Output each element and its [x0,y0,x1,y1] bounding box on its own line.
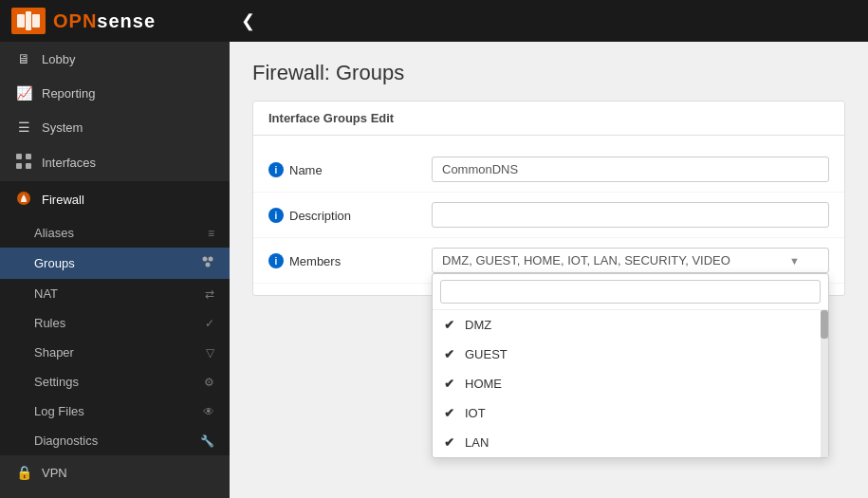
sidebar-item-vpn[interactable]: 🔒 VPN [0,455,230,489]
sidebar-item-label: Interfaces [42,156,96,170]
members-dropdown-container: DMZ, GUEST, HOME, IOT, LAN, SECURITY, VI… [432,248,829,273]
scrollbar-thumb[interactable] [821,310,828,339]
vpn-icon: 🔒 [15,465,32,480]
dropdown-option-iot[interactable]: ✔ IOT [433,398,828,428]
members-dropdown-popup: ✔ DMZ ✔ GUEST ✔ HOME [432,273,829,458]
option-label-lan: LAN [465,435,489,450]
topbar: OPNsense ❮ [0,0,868,42]
sidebar-item-log-files[interactable]: Log Files 👁 [0,397,230,426]
sidebar-item-label: Log Files [34,404,84,418]
interface-groups-card: Interface Groups Edit i Name i Descripti… [252,101,845,296]
description-label: Description [289,209,351,223]
check-guest-icon: ✔ [444,347,457,361]
svg-rect-4 [26,154,31,159]
svg-rect-3 [16,154,22,159]
sidebar-item-system[interactable]: ☰ System [0,110,230,144]
check-home-icon: ✔ [444,377,457,391]
dropdown-option-lan[interactable]: ✔ LAN [433,428,828,457]
logo-icon [11,8,46,34]
sidebar-item-label: VPN [42,466,67,480]
sidebar: 🖥 Lobby 📈 Reporting ☰ System Interfaces [0,42,230,498]
reporting-icon: 📈 [15,85,32,101]
nat-icon: ⇄ [205,287,214,301]
sidebar-item-reporting[interactable]: 📈 Reporting [0,76,230,110]
sidebar-item-label: Lobby [42,52,75,66]
groups-icon [201,255,214,271]
name-label-col: i Name [268,157,420,177]
diagnostics-icon: 🔧 [200,434,214,448]
logo-area: OPNsense [0,8,230,34]
description-row: i Description [253,193,844,238]
sidebar-item-firewall[interactable]: Firewall [0,181,230,218]
name-label: Name [289,163,323,177]
form-body: i Name i Description i [253,136,844,295]
rules-icon: ✓ [205,317,214,330]
name-input[interactable] [432,157,829,182]
svg-point-10 [206,263,211,267]
dropdown-option-home[interactable]: ✔ HOME [433,369,828,398]
description-label-col: i Description [268,202,420,223]
firewall-submenu: Aliases ≡ Groups NAT ⇄ Rules ✓ Shaper ▽ [0,218,230,455]
members-selected-value: DMZ, GUEST, HOME, IOT, LAN, SECURITY, VI… [442,253,730,267]
svg-point-8 [203,257,208,262]
svg-rect-0 [17,14,25,28]
name-row: i Name [253,147,844,193]
dropdown-option-guest[interactable]: ✔ GUEST [433,340,828,369]
svg-rect-6 [26,163,31,169]
firewall-icon [15,191,32,209]
check-iot-icon: ✔ [444,406,457,420]
members-info-icon[interactable]: i [268,253,284,268]
members-label: Members [289,254,341,268]
shaper-icon: ▽ [206,346,214,360]
option-label-guest: GUEST [465,347,508,361]
check-lan-icon: ✔ [444,435,457,450]
svg-rect-5 [16,163,22,169]
description-input[interactable] [432,202,829,228]
aliases-icon: ≡ [208,227,214,240]
settings-icon: ⚙ [204,376,214,389]
page-title: Firewall: Groups [252,61,845,85]
members-select[interactable]: DMZ, GUEST, HOME, IOT, LAN, SECURITY, VI… [432,248,829,273]
dropdown-search-input[interactable] [440,280,821,304]
sidebar-item-interfaces[interactable]: Interfaces [0,144,230,181]
card-title: Interface Groups Edit [253,101,844,136]
sidebar-item-rules[interactable]: Rules ✓ [0,308,230,338]
option-label-dmz: DMZ [465,318,491,332]
sidebar-item-label: System [42,120,83,135]
dropdown-options-list: ✔ DMZ ✔ GUEST ✔ HOME [433,310,828,457]
sidebar-item-aliases[interactable]: Aliases ≡ [0,218,230,248]
sidebar-item-label: Aliases [34,226,74,240]
system-icon: ☰ [15,120,32,135]
sidebar-item-label: Firewall [42,193,84,207]
dropdown-option-dmz[interactable]: ✔ DMZ [433,310,828,340]
option-label-iot: IOT [465,406,486,420]
svg-point-9 [209,257,213,262]
sidebar-item-label: NAT [34,286,58,301]
sidebar-item-settings[interactable]: Settings ⚙ [0,367,230,397]
sidebar-item-groups[interactable]: Groups [0,248,230,279]
sidebar-item-shaper[interactable]: Shaper ▽ [0,338,230,367]
name-info-icon[interactable]: i [268,162,284,177]
logo-text: OPNsense [53,10,156,32]
scrollbar-track [821,310,828,457]
sidebar-item-sensei[interactable]: ◆ Sensei [0,489,230,498]
sidebar-item-lobby[interactable]: 🖥 Lobby [0,42,230,76]
interfaces-icon [15,154,32,172]
sidebar-item-label: Shaper [34,345,74,360]
sidebar-item-label: Rules [34,316,65,330]
sidebar-item-nat[interactable]: NAT ⇄ [0,279,230,308]
chevron-down-icon: ▼ [789,255,800,267]
sidebar-item-label: Reporting [42,86,95,101]
logfiles-icon: 👁 [203,405,214,418]
sidebar-item-label: Settings [34,375,79,389]
description-input-col [432,202,829,228]
main-content: Firewall: Groups Interface Groups Edit i… [230,42,868,498]
option-label-home: HOME [465,377,502,391]
members-row: i Members DMZ, GUEST, HOME, IOT, LAN, SE… [253,238,844,284]
sidebar-item-label: Diagnostics [34,433,98,448]
sidebar-item-diagnostics[interactable]: Diagnostics 🔧 [0,426,230,455]
description-info-icon[interactable]: i [268,208,284,223]
lobby-icon: 🖥 [15,51,32,66]
sidebar-toggle-button[interactable]: ❮ [230,10,267,31]
members-label-col: i Members [268,248,420,268]
